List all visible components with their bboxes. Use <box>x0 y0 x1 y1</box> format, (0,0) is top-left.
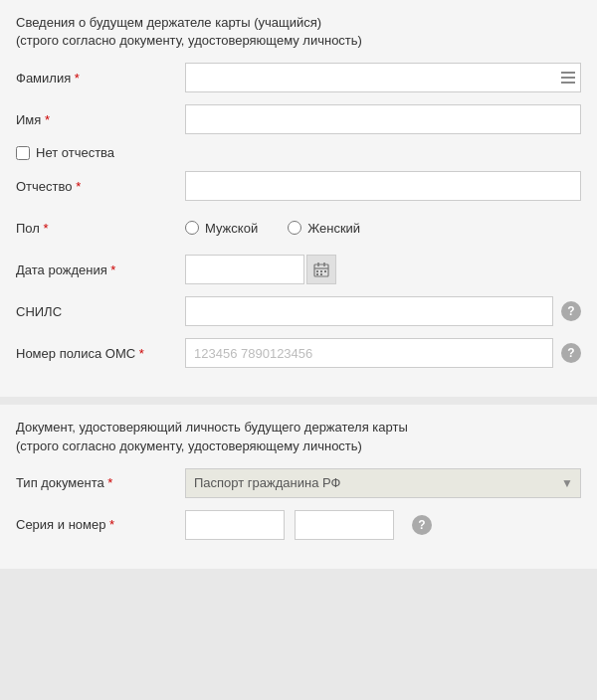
svg-rect-5 <box>320 270 322 272</box>
oms-row: Номер полиса ОМС * ? <box>16 337 581 369</box>
snils-help-icon[interactable]: ? <box>561 301 581 321</box>
svg-rect-6 <box>324 270 326 272</box>
section-card-holder-info: Сведения о будущем держателе карты (учащ… <box>0 0 597 397</box>
gender-male-radio[interactable] <box>185 221 199 235</box>
section1-title: Сведения о будущем держателе карты (учащ… <box>16 14 581 50</box>
dob-label: Дата рождения * <box>16 262 185 277</box>
patronymic-label: Отчество * <box>16 179 185 194</box>
doc-type-select[interactable]: Паспорт гражданина РФ <box>185 468 581 498</box>
first-name-label: Имя * <box>16 112 185 127</box>
calendar-button[interactable] <box>306 255 336 284</box>
section-document-info: Документ, удостоверяющий личность будуще… <box>0 405 597 568</box>
doc-type-label: Тип документа * <box>16 475 185 490</box>
dob-input[interactable] <box>185 255 304 284</box>
gender-female-radio[interactable] <box>288 221 301 235</box>
gender-female-option: Женский <box>288 221 360 236</box>
doc-type-select-wrap: Паспорт гражданина РФ ▼ <box>185 468 581 498</box>
last-name-input-wrap <box>185 63 581 92</box>
doc-type-row: Тип документа * Паспорт гражданина РФ ▼ <box>16 467 581 499</box>
first-name-row: Имя * <box>16 103 581 135</box>
no-patronymic-checkbox[interactable] <box>16 146 30 160</box>
no-patronymic-row: Нет отчества <box>16 145 581 160</box>
last-name-input[interactable] <box>185 63 581 92</box>
oms-help-icon[interactable]: ? <box>561 343 581 363</box>
first-name-input[interactable] <box>185 104 581 134</box>
patronymic-row: Отчество * <box>16 170 581 202</box>
svg-rect-8 <box>320 273 322 275</box>
svg-rect-7 <box>316 273 318 275</box>
oms-input[interactable] <box>185 338 553 368</box>
dob-row: Дата рождения * <box>16 254 581 285</box>
oms-label: Номер полиса ОМС * <box>16 346 185 361</box>
svg-rect-4 <box>316 270 318 272</box>
section2-title: Документ, удостоверяющий личность будуще… <box>16 419 581 454</box>
gender-male-option: Мужской <box>185 221 258 236</box>
snils-label: СНИЛС <box>16 304 185 319</box>
series-number-inputs <box>185 510 404 540</box>
gender-options: Мужской Женский <box>185 221 390 236</box>
series-number-help-icon[interactable]: ? <box>412 515 432 535</box>
series-number-label: Серия и номер * <box>16 517 185 532</box>
snils-row: СНИЛС ? <box>16 295 581 327</box>
snils-input[interactable] <box>185 296 553 326</box>
gender-row: Пол * Мужской Женский <box>16 212 581 244</box>
last-name-row: Фамилия * <box>16 62 581 93</box>
dob-input-wrap <box>185 255 581 284</box>
last-name-label: Фамилия * <box>16 71 185 86</box>
no-patronymic-label: Нет отчества <box>36 145 114 160</box>
number-input[interactable] <box>295 510 394 540</box>
patronymic-input[interactable] <box>185 171 581 201</box>
series-input[interactable] <box>185 510 285 540</box>
calendar-icon <box>313 262 329 277</box>
gender-label: Пол * <box>16 221 185 236</box>
series-number-row: Серия и номер * ? <box>16 509 581 541</box>
